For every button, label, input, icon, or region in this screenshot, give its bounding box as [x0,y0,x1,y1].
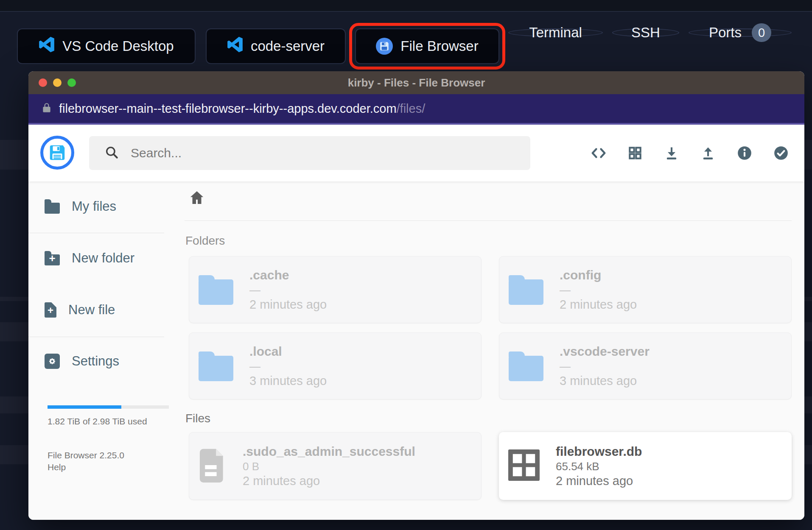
item-size: — [560,283,637,297]
filebrowser-logo[interactable] [40,136,74,170]
item-size: — [560,360,650,373]
item-modified: 2 minutes ago [243,473,415,488]
folder-card-config[interactable]: .config — 2 minutes ago [499,256,792,323]
item-modified: 3 minutes ago [560,373,650,388]
item-size: — [249,360,327,373]
sidebar-item-label: New folder [72,251,134,266]
sidebar-item-settings[interactable]: Settings [45,349,119,374]
sidebar-item-label: New file [68,302,115,318]
taskbar-button-ssh[interactable]: SSH [612,28,679,37]
home-icon [188,189,205,206]
upload-icon[interactable] [700,145,716,161]
taskbar-button-label: code-server [251,38,325,54]
desktop-background: VS Code Desktop code-server File Browser… [0,0,812,530]
item-size: 65.54 kB [556,460,642,473]
folders-section-label: Folders [185,234,225,248]
sidebar-divider [28,337,164,337]
app-version: File Browser 2.25.0 [48,450,124,460]
sidebar-item-my-files[interactable]: My files [45,194,116,219]
sidebar-item-label: Settings [72,354,119,369]
window-titlebar: kirby - Files - File Browser [28,71,804,94]
filebrowser-icon [376,38,393,55]
taskbar-button-label: Terminal [529,25,582,41]
item-name: .vscode-server [560,343,650,360]
taskbar-button-label: File Browser [400,38,478,54]
folder-icon [45,203,60,214]
floppy-disk-icon [48,143,67,162]
item-size: — [249,283,327,297]
search-input[interactable] [130,145,471,161]
file-plus-icon [45,302,56,318]
address-bar[interactable]: filebrowser--main--test-filebrowser--kir… [28,94,804,125]
ports-count-badge: 0 [752,23,771,42]
header-actions [591,125,789,181]
lock-icon [41,102,52,115]
breadcrumb-divider [185,220,792,221]
item-size: 0 B [243,460,415,473]
item-name: .cache [249,267,327,283]
taskbar-button-label: Ports [709,25,742,41]
folder-icon [199,356,233,381]
url-path: /files/ [397,102,426,115]
vscode-icon [227,36,243,56]
app-header [28,125,804,181]
sidebar-item-label: My files [72,199,116,214]
info-icon[interactable] [736,145,753,161]
disk-usage-bar [48,405,169,409]
folder-icon [509,279,543,305]
breadcrumb-home-button[interactable] [188,188,206,207]
gear-icon [45,354,60,369]
browser-window: kirby - Files - File Browser filebrowser… [28,71,804,520]
item-modified: 2 minutes ago [556,473,642,488]
vscode-icon [39,36,55,56]
item-name: filebrowser.db [556,444,642,460]
sidebar-item-new-file[interactable]: New file [45,297,115,323]
folder-card-vscode-server[interactable]: .vscode-server — 3 minutes ago [499,332,792,399]
disk-usage-fill [48,405,121,409]
taskbar-button-ports[interactable]: Ports 0 [689,28,792,37]
database-grid-icon [508,449,540,483]
folder-card-cache[interactable]: .cache — 2 minutes ago [189,256,482,323]
url-host: filebrowser--main--test-filebrowser--kir… [59,102,425,116]
search-bar[interactable] [89,136,530,170]
file-icon [199,448,227,484]
taskbar-button-vscode-desktop[interactable]: VS Code Desktop [17,28,196,64]
folder-plus-icon [45,254,60,265]
code-icon[interactable] [591,145,607,161]
grid-icon[interactable] [627,145,643,161]
files-section-label: Files [185,412,210,425]
taskbar-button-label: VS Code Desktop [62,38,174,54]
file-card-sudo-as-admin-successful[interactable]: .sudo_as_admin_successful 0 B 2 minutes … [189,432,482,500]
search-icon [104,145,119,161]
download-icon[interactable] [664,145,680,161]
item-name: .local [249,343,327,360]
taskbar-button-code-server[interactable]: code-server [206,28,346,64]
taskbar-button-terminal[interactable]: Terminal [508,28,603,37]
folder-icon [509,356,543,381]
filebrowser-app: My files New folder New file [28,125,804,520]
taskbar-button-file-browser[interactable]: File Browser [355,28,499,64]
disk-usage-text: 1.82 TiB of 2.98 TiB used [48,416,147,427]
file-card-filebrowser-db[interactable]: filebrowser.db 65.54 kB 2 minutes ago [499,432,792,500]
folder-icon [199,279,233,305]
taskbar-button-label: SSH [631,25,660,41]
window-title: kirby - Files - File Browser [28,71,804,94]
item-name: .sudo_as_admin_successful [243,444,415,460]
item-modified: 2 minutes ago [560,297,637,312]
sidebar-divider [28,233,164,233]
item-name: .config [560,267,637,283]
top-strip [0,0,812,12]
check-circle-icon[interactable] [773,145,789,161]
folder-card-local[interactable]: .local — 3 minutes ago [189,332,482,399]
sidebar-item-new-folder[interactable]: New folder [45,245,134,271]
item-modified: 2 minutes ago [249,297,327,312]
item-modified: 3 minutes ago [249,373,327,388]
help-link[interactable]: Help [48,462,66,472]
